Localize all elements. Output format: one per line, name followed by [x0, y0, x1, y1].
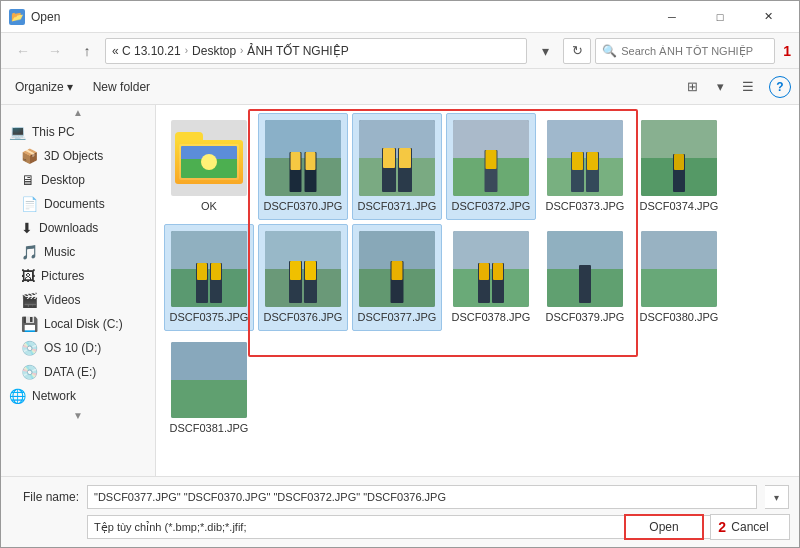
sidebar-item-local-disk-c[interactable]: 💾 Local Disk (C:) [1, 312, 155, 336]
filename-row: File name: ▾ [11, 485, 789, 509]
search-box[interactable]: 🔍 [595, 38, 775, 64]
toolbar: Organize ▾ New folder ⊞ ▾ ☰ ? [1, 69, 799, 105]
breadcrumb[interactable]: « C 13.10.21 › Desktop › ẢNH TỐT NGHIỆP [105, 38, 527, 64]
file-thumb-dscf0378 [453, 231, 529, 307]
documents-icon: 📄 [21, 196, 38, 212]
sidebar: ▲ 💻 This PC 📦 3D Objects 🖥 Desktop 📄 Doc… [1, 105, 156, 476]
view-buttons: ⊞ ▾ ☰ [679, 74, 761, 100]
maximize-button[interactable]: □ [697, 1, 743, 33]
refresh-button[interactable]: ↻ [563, 38, 591, 64]
sidebar-label-os-10-d: OS 10 (D:) [44, 341, 147, 355]
file-thumb-folder-ok [171, 120, 247, 196]
file-item-dscf0370[interactable]: DSCF0370.JPG [258, 113, 348, 220]
new-folder-label: New folder [93, 80, 150, 94]
back-button[interactable]: ← [9, 37, 37, 65]
sidebar-item-os-10-d[interactable]: 💿 OS 10 (D:) [1, 336, 155, 360]
file-name-extra3: DSCF0381.JPG [170, 422, 249, 435]
file-thumb-extra1 [547, 231, 623, 307]
file-name-extra1: DSCF0379.JPG [546, 311, 625, 324]
search-icon: 🔍 [602, 44, 617, 58]
sidebar-label-network: Network [32, 389, 147, 403]
file-name-extra2: DSCF0380.JPG [640, 311, 719, 324]
file-item-dscf0374[interactable]: DSCF0374.JPG [634, 113, 724, 220]
up-button[interactable]: ↑ [73, 37, 101, 65]
filename-dropdown[interactable]: ▾ [765, 485, 789, 509]
file-item-dscf0373[interactable]: DSCF0373.JPG [540, 113, 630, 220]
file-name-dscf0376: DSCF0376.JPG [264, 311, 343, 324]
downloads-icon: ⬇ [21, 220, 33, 236]
view-list-button[interactable]: ☰ [735, 74, 761, 100]
breadcrumb-part2: Desktop [192, 44, 236, 58]
sidebar-item-downloads[interactable]: ⬇ Downloads [1, 216, 155, 240]
file-item-dscf0372[interactable]: DSCF0372.JPG [446, 113, 536, 220]
sidebar-item-videos[interactable]: 🎬 Videos [1, 288, 155, 312]
dialog-icon: 📂 [9, 9, 25, 25]
file-item-dscf0376[interactable]: DSCF0376.JPG [258, 224, 348, 331]
file-item-extra1[interactable]: DSCF0379.JPG [540, 224, 630, 331]
sidebar-label-this-pc: This PC [32, 125, 147, 139]
data-e-icon: 💿 [21, 364, 38, 380]
dropdown-button[interactable]: ▾ [531, 37, 559, 65]
file-item-dscf0375[interactable]: DSCF0375.JPG [164, 224, 254, 331]
sidebar-label-pictures: Pictures [41, 269, 147, 283]
file-thumb-dscf0372 [453, 120, 529, 196]
file-name-folder-ok: OK [201, 200, 217, 213]
sidebar-scroll-down[interactable]: ▼ [1, 408, 155, 423]
search-number-label: 1 [783, 43, 791, 59]
file-item-dscf0377[interactable]: DSCF0377.JPG [352, 224, 442, 331]
sidebar-item-network[interactable]: 🌐 Network [1, 384, 155, 408]
file-item-extra3[interactable]: DSCF0381.JPG [164, 335, 254, 442]
file-item-folder-ok[interactable]: OK [164, 113, 254, 220]
file-thumb-dscf0371 [359, 120, 435, 196]
minimize-button[interactable]: ─ [649, 1, 695, 33]
sidebar-label-data-e: DATA (E:) [44, 365, 147, 379]
sidebar-label-local-disk-c: Local Disk (C:) [44, 317, 147, 331]
local-disk-c-icon: 💾 [21, 316, 38, 332]
sidebar-label-downloads: Downloads [39, 221, 147, 235]
sidebar-item-documents[interactable]: 📄 Documents [1, 192, 155, 216]
file-name-dscf0378: DSCF0378.JPG [452, 311, 531, 324]
sidebar-item-3d-objects[interactable]: 📦 3D Objects [1, 144, 155, 168]
help-label: ? [776, 80, 783, 94]
navbar: ← → ↑ « C 13.10.21 › Desktop › ẢNH TỐT N… [1, 33, 799, 69]
file-thumb-dscf0374 [641, 120, 717, 196]
open-dialog: 📂 Open ─ □ ✕ ← → ↑ « C 13.10.21 › Deskto… [0, 0, 800, 548]
open-number-label: 2 [718, 519, 726, 535]
actions-row: Open 2 Cancel [624, 514, 790, 540]
view-extra-button[interactable]: ⊞ [679, 74, 705, 100]
file-item-dscf0371[interactable]: DSCF0371.JPG [352, 113, 442, 220]
sidebar-scroll-up[interactable]: ▲ [1, 105, 155, 120]
breadcrumb-part3: ẢNH TỐT NGHIỆP [247, 44, 348, 58]
filename-label: File name: [11, 490, 79, 504]
organize-button[interactable]: Organize ▾ [9, 74, 79, 100]
bottom-bar: File name: ▾ ▾ Open 2 Cancel [1, 476, 799, 547]
organize-label: Organize [15, 80, 64, 94]
main-content: ▲ 💻 This PC 📦 3D Objects 🖥 Desktop 📄 Doc… [1, 105, 799, 476]
search-input[interactable] [621, 45, 768, 57]
filetype-row: ▾ Open 2 Cancel [11, 515, 789, 539]
os-10-d-icon: 💿 [21, 340, 38, 356]
file-name-dscf0375: DSCF0375.JPG [170, 311, 249, 324]
new-folder-button[interactable]: New folder [87, 74, 156, 100]
file-name-dscf0374: DSCF0374.JPG [640, 200, 719, 213]
sidebar-item-pictures[interactable]: 🖼 Pictures [1, 264, 155, 288]
view-dropdown-button[interactable]: ▾ [707, 74, 733, 100]
desktop-icon: 🖥 [21, 172, 35, 188]
breadcrumb-part1: « C 13.10.21 [112, 44, 181, 58]
forward-button[interactable]: → [41, 37, 69, 65]
file-thumb-extra3 [171, 342, 247, 418]
sidebar-item-this-pc[interactable]: 💻 This PC [1, 120, 155, 144]
sidebar-item-data-e[interactable]: 💿 DATA (E:) [1, 360, 155, 384]
file-name-dscf0371: DSCF0371.JPG [358, 200, 437, 213]
sidebar-item-desktop[interactable]: 🖥 Desktop [1, 168, 155, 192]
file-item-dscf0378[interactable]: DSCF0378.JPG [446, 224, 536, 331]
file-item-extra2[interactable]: DSCF0380.JPG [634, 224, 724, 331]
sidebar-item-music[interactable]: 🎵 Music [1, 240, 155, 264]
filename-input[interactable] [87, 485, 757, 509]
close-button[interactable]: ✕ [745, 1, 791, 33]
help-button[interactable]: ? [769, 76, 791, 98]
file-area[interactable]: OK [156, 105, 799, 476]
file-thumb-dscf0373 [547, 120, 623, 196]
sidebar-label-music: Music [44, 245, 147, 259]
open-button[interactable]: Open [624, 514, 704, 540]
